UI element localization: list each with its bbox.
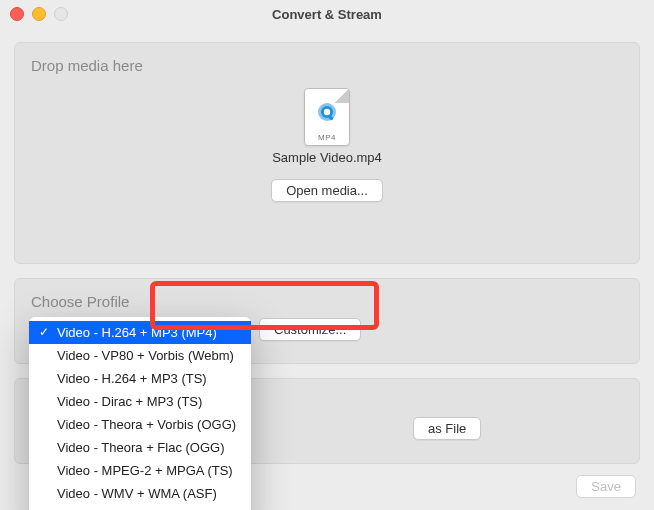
drop-media-panel[interactable]: Drop media here MP4 Sample Video.mp4 Ope… [14, 42, 640, 264]
open-media-button[interactable]: Open media... [271, 179, 383, 202]
choose-profile-label: Choose Profile [31, 293, 623, 310]
profile-option[interactable]: Video - Dirac + MP3 (TS) [29, 390, 251, 413]
profile-option[interactable]: Video - Theora + Vorbis (OGG) [29, 413, 251, 436]
profile-option[interactable]: Video - MPEG-2 + MPGA (TS) [29, 459, 251, 482]
drop-media-label: Drop media here [31, 57, 623, 74]
choose-profile-panel: Choose Profile Video - H.264 + MP3 (MP4)… [14, 278, 640, 364]
customize-profile-button[interactable]: Customize... [259, 318, 361, 341]
profile-option[interactable]: Video - Theora + Flac (OGG) [29, 436, 251, 459]
drop-area: MP4 Sample Video.mp4 Open media... [31, 88, 623, 202]
file-icon: MP4 [304, 88, 350, 146]
content: Drop media here MP4 Sample Video.mp4 Ope… [0, 28, 654, 464]
window-title: Convert & Stream [0, 7, 654, 22]
dropped-file-name: Sample Video.mp4 [31, 150, 623, 165]
file-ext-badge: MP4 [305, 133, 349, 142]
profile-select[interactable]: Video - H.264 + MP3 (MP4)Video - VP80 + … [31, 319, 249, 341]
svg-point-2 [324, 109, 330, 115]
profile-dropdown[interactable]: Video - H.264 + MP3 (MP4)Video - VP80 + … [29, 317, 251, 511]
profile-option[interactable]: Video - H.264 + MP3 (TS) [29, 367, 251, 390]
save-as-file-button[interactable]: as File [413, 417, 481, 440]
titlebar: Convert & Stream [0, 0, 654, 28]
profile-option[interactable]: Video - DIV3 + MP3 (ASF) [29, 505, 251, 511]
profile-option[interactable]: Video - H.264 + MP3 (MP4) [29, 321, 251, 344]
save-button[interactable]: Save [576, 475, 636, 498]
convert-stream-window: Convert & Stream Drop media here MP4 Sam… [0, 0, 654, 510]
profile-option[interactable]: Video - WMV + WMA (ASF) [29, 482, 251, 505]
quicktime-icon [316, 101, 338, 123]
profile-option[interactable]: Video - VP80 + Vorbis (Webm) [29, 344, 251, 367]
